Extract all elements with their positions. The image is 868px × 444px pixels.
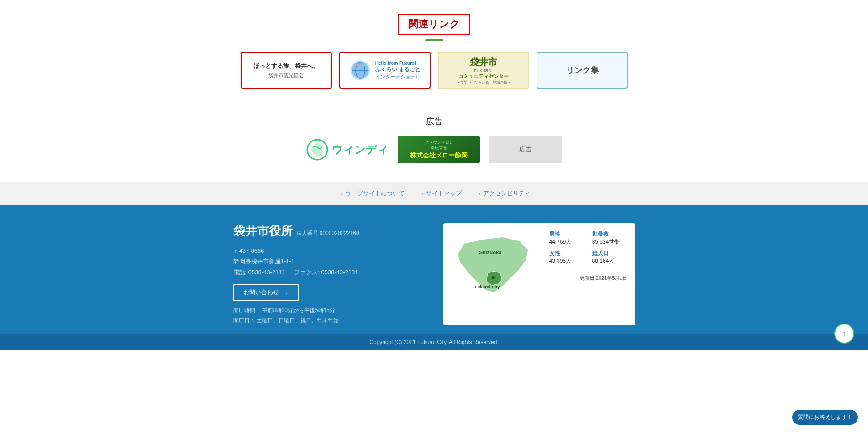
hello-text-block: Hello from Fukuroi ふくろい まるごと インターナショナル: [375, 61, 421, 80]
ad-meron[interactable]: クラウンメロン 産地直売 株式会社メロー静岡: [398, 136, 480, 163]
footer-map-panel: Shizuoka Fukuroi City 男性 44,769人 世帯数 35,…: [443, 223, 635, 325]
hello-main: ふくろい まるごと: [375, 66, 421, 73]
phone-value: 0538-43-2111: [248, 269, 285, 276]
stats-grid: 男性 44,769人 世帯数 35,534世帯 女性 43,395人 総人口 8…: [549, 230, 628, 265]
svg-text:Shizuoka: Shizuoka: [479, 250, 502, 255]
svg-point-6: [362, 64, 364, 66]
meron-main: 株式会社メロー静岡: [410, 151, 468, 160]
hours-line: 開庁時間： 午前8時30分から午後5時15分: [233, 306, 416, 316]
ad-windy[interactable]: ウィンディ: [306, 138, 389, 161]
ad-grid: ウィンディ クラウンメロン 産地直売 株式会社メロー静岡 広告: [0, 136, 868, 163]
household-label: 世帯数: [592, 230, 628, 238]
address: 静岡県袋井市新屋1-1-1: [233, 256, 416, 266]
org-name: 袋井市役所: [233, 223, 293, 239]
hours-label: 開庁時間：: [233, 307, 261, 313]
footer-nav-sitemap[interactable]: サイトマップ: [418, 189, 462, 198]
stats-divider: [549, 271, 628, 271]
closed-label: 閉庁日：: [233, 317, 255, 324]
corp-number-value: 9000020222160: [320, 230, 359, 236]
footer-left: 袋井市役所 法人番号 9000020222160 〒437-8666 静岡県袋井…: [233, 223, 416, 325]
tourism-main-text: ほっとする旅、袋井へ。: [253, 62, 319, 70]
closed-line: 閉庁日： 土曜日、日曜日、祝日、年末年始: [233, 316, 416, 326]
total-stat: 総人口 88,164人: [592, 250, 628, 265]
main-footer: 袋井市役所 法人番号 9000020222160 〒437-8666 静岡県袋井…: [0, 205, 868, 334]
scroll-top-icon: ↑: [842, 329, 847, 339]
community-card-content: 袋井市 FUKUROI コミュニティセンター 〜つなが ひろがる 地域の輪〜: [456, 56, 511, 85]
map-stats: 男性 44,769人 世帯数 35,534世帯 女性 43,395人 総人口 8…: [549, 230, 628, 318]
link-card-international[interactable]: Hello from Fukuroi ふくろい まるごと インターナショナル: [339, 52, 431, 89]
female-stat: 女性 43,395人: [549, 250, 585, 265]
links-card-text: リンク集: [566, 65, 599, 76]
closed-value: 土曜日、日曜日、祝日、年末年始: [257, 317, 339, 324]
fax-value: 0538-43-2131: [321, 269, 358, 276]
hello-content: Hello from Fukuroi ふくろい まるごと インターナショナル: [349, 59, 421, 82]
link-card-links[interactable]: リンク集: [537, 52, 628, 89]
update-date: 2021年5月1日: [596, 275, 628, 281]
svg-point-10: [491, 276, 495, 279]
chatbot-button[interactable]: 質問にお答えします！: [791, 409, 859, 426]
phone-label: 電話:: [233, 269, 247, 276]
community-subtitle-en: FUKUROI: [474, 68, 493, 73]
related-links-section: 関連リンク ほっとする旅、袋井へ。 袋井市観光協会: [0, 0, 868, 107]
postal: 〒437-8666: [233, 246, 416, 256]
phone-line: 電話: 0538-43-2111 ファクス: 0538-43-2131: [233, 267, 416, 277]
svg-text:Fukuroi City: Fukuroi City: [474, 285, 500, 289]
corp-number: 法人番号 9000020222160: [296, 230, 359, 237]
update-label: 更新日: [579, 275, 594, 281]
corp-number-label: 法人番号: [296, 230, 318, 236]
link-card-community[interactable]: 袋井市 FUKUROI コミュニティセンター 〜つなが ひろがる 地域の輪〜: [438, 52, 529, 89]
ad-placeholder-box: 広告: [489, 136, 562, 163]
windy-text: ウィンディ: [331, 142, 389, 157]
stat-update: 更新日 2021年5月1日: [549, 275, 628, 282]
windy-logo-icon: [306, 138, 329, 161]
footer-nav-about[interactable]: ウェブサイトについて: [337, 189, 405, 198]
ad-title: 広告: [0, 116, 868, 127]
ad-section: 広告 ウィンディ クラウンメロン 産地直売 株式会社メロー静岡 広告: [0, 107, 868, 182]
total-value: 88,164人: [592, 257, 628, 265]
total-label: 総人口: [592, 250, 628, 257]
community-tagline: 〜つなが ひろがる 地域の輪〜: [456, 80, 511, 85]
female-value: 43,395人: [549, 257, 585, 265]
title-underline: [425, 39, 443, 41]
meron-top: クラウンメロン: [425, 140, 453, 146]
svg-point-5: [359, 63, 361, 65]
household-stat: 世帯数 35,534世帯: [592, 230, 628, 246]
community-center-name: コミュニティセンター: [458, 73, 509, 80]
shizuoka-map-svg: Shizuoka Fukuroi City: [451, 230, 537, 299]
tourism-sub-text: 袋井市観光協会: [268, 72, 304, 79]
links-grid: ほっとする旅、袋井へ。 袋井市観光協会 Hello from Fukuroi: [0, 52, 868, 89]
household-value: 35,534世帯: [592, 238, 628, 246]
male-stat: 男性 44,769人: [549, 230, 585, 246]
link-card-tourism[interactable]: ほっとする旅、袋井へ。 袋井市観光協会: [241, 52, 332, 89]
meron-middle: 産地直売: [431, 146, 447, 151]
copyright-text: Copyright (C) 2021 Fukuroi City. All Rig…: [369, 339, 499, 345]
footer-nav-accessibility[interactable]: アクセシビリティ: [475, 189, 531, 198]
related-links-title: 関連リンク: [398, 14, 470, 35]
community-name-jp: 袋井市: [470, 56, 497, 68]
footer-nav: ウェブサイトについて サイトマップ アクセシビリティ: [0, 182, 868, 205]
female-label: 女性: [549, 250, 585, 257]
footer-nav-links: ウェブサイトについて サイトマップ アクセシビリティ: [0, 189, 868, 198]
male-label: 男性: [549, 230, 585, 238]
scroll-top-button[interactable]: ↑: [834, 324, 854, 344]
contact-button[interactable]: お問い合わせ: [233, 284, 299, 301]
ad-placeholder[interactable]: 広告: [489, 136, 562, 163]
copyright-bar: Copyright (C) 2021 Fukuroi City. All Rig…: [0, 334, 868, 350]
svg-point-4: [356, 64, 358, 66]
globe-icon: [349, 59, 372, 82]
chatbot-label: 質問にお答えします！: [791, 409, 859, 426]
hours-value: 午前8時30分から午後5時15分: [262, 307, 335, 313]
hello-sub: インターナショナル: [375, 73, 421, 80]
footer-address: 〒437-8666 静岡県袋井市新屋1-1-1 電話: 0538-43-2111…: [233, 246, 416, 277]
windy-logo: ウィンディ: [306, 138, 389, 161]
male-value: 44,769人: [549, 238, 585, 246]
fax-label: ファクス:: [294, 269, 320, 276]
footer-hours: 開庁時間： 午前8時30分から午後5時15分 閉庁日： 土曜日、日曜日、祝日、年…: [233, 306, 416, 325]
meron-banner: クラウンメロン 産地直売 株式会社メロー静岡: [398, 136, 480, 163]
footer-content: 袋井市役所 法人番号 9000020222160 〒437-8666 静岡県袋井…: [0, 223, 868, 325]
hello-label: Hello from Fukuroi: [375, 61, 421, 66]
map-svg-container: Shizuoka Fukuroi City: [451, 230, 542, 318]
section-title-wrapper: 関連リンク: [0, 14, 868, 41]
